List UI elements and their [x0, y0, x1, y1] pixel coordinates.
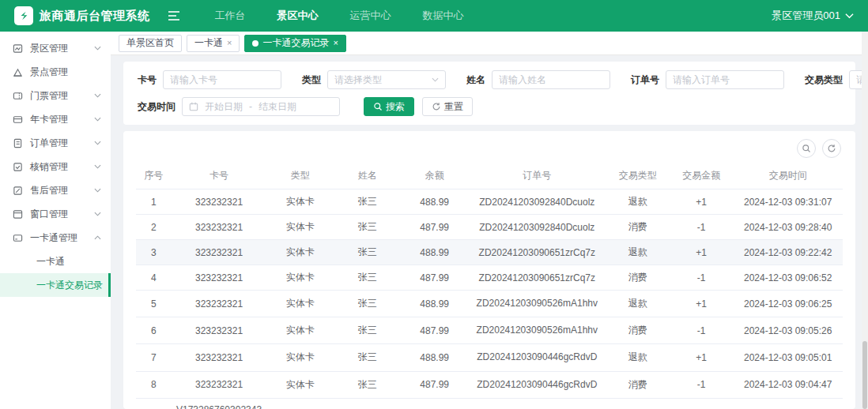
cell-order-no: ZD20241203090651zrCq7z [468, 240, 606, 265]
sidebar-item-aftersale-management[interactable]: 售后管理 [0, 178, 111, 202]
chevron-up-icon [94, 235, 101, 240]
cell-name: 张三 [334, 371, 401, 398]
table-row[interactable]: 5323232321实体卡张三488.99ZD20241203090526mA1… [136, 291, 843, 317]
cell-index: 7 [136, 344, 172, 371]
sidebar-subitem-onecard-transactions[interactable]: 一卡通交易记录 [0, 273, 111, 297]
calendar-icon [189, 102, 198, 111]
col-balance: 余额 [401, 163, 468, 189]
cell-balance: 487.99 [401, 317, 468, 344]
filter-panel: 卡号 类型 请选择类型 姓名 订单号 [123, 62, 855, 125]
page-content: 卡号 类型 请选择类型 姓名 订单号 [111, 55, 868, 409]
nav-workbench[interactable]: 工作台 [215, 9, 246, 23]
table-row[interactable]: 2323232321实体卡张三487.99ZD20241203092840Dcu… [136, 215, 843, 240]
close-icon[interactable]: × [333, 39, 338, 47]
type-label: 类型 [302, 73, 321, 87]
sidebar-item-scenic-management[interactable]: 景区管理 [0, 36, 111, 60]
table-search-button[interactable] [797, 139, 816, 158]
sidebar-item-onecard-management[interactable]: 一卡通管理 [0, 226, 111, 250]
sidebar-subitem-onecard[interactable]: 一卡通 [0, 250, 111, 273]
filter-row-1: 卡号 类型 请选择类型 姓名 订单号 [138, 70, 841, 89]
reset-button-label: 重置 [444, 100, 463, 114]
cell-card-no: 323232321 [172, 317, 267, 344]
chevron-down-icon [94, 117, 101, 122]
cell-type: 实体卡 [266, 344, 334, 371]
cell-type: 实体卡 [266, 371, 334, 398]
sidebar: 景区管理 景点管理 门票管理 年卡管理 订单管理 核销管理 售后管理 窗口管理 … [0, 32, 111, 409]
col-index: 序号 [136, 163, 172, 189]
sidebar-item-ticket-management[interactable]: 门票管理 [0, 84, 111, 107]
table-refresh-button[interactable] [822, 139, 841, 158]
cell-trade-type: 退款 [606, 240, 669, 265]
type-select[interactable]: 请选择类型 [327, 70, 446, 89]
sidebar-item-label: 核销管理 [30, 160, 68, 174]
sidebar-item-label: 一卡通管理 [30, 231, 77, 245]
cell-trade-type: 消费 [606, 398, 669, 409]
search-button[interactable]: 搜索 [364, 97, 414, 116]
cell-type: 实体卡 [266, 189, 334, 215]
trade-type-label: 交易类型 [805, 73, 843, 87]
cell-balance: 488.99 [401, 291, 468, 317]
trade-time-label: 交易时间 [138, 100, 175, 114]
reset-button[interactable]: 重置 [422, 97, 473, 116]
name-input[interactable] [492, 70, 610, 89]
cell-card-no: 323232321 [172, 189, 267, 215]
cell-name: 张三 [334, 240, 401, 265]
cell-index: 4 [136, 265, 172, 291]
cell-trade-amount: +1 [670, 291, 733, 317]
table-row[interactable]: 8323232321实体卡张三487.99ZD20241203090446gcR… [136, 371, 843, 398]
window-icon [13, 209, 23, 220]
sidebar-item-verification-management[interactable]: 核销管理 [0, 155, 111, 178]
trade-time-range-picker[interactable]: 开始日期 - 结束日期 [182, 97, 340, 116]
card-no-input[interactable] [163, 70, 281, 89]
col-type: 类型 [266, 163, 334, 189]
cell-trade-type: 消费 [606, 215, 669, 240]
cell-trade-type: 退款 [606, 344, 669, 371]
cell-trade-time: 2024-12-03 09:06:52 [733, 265, 843, 291]
cell-order-no: ZD20241203090446gcRdvD [468, 371, 606, 398]
cell-trade-time: 2024-12-03 09:05:26 [733, 317, 843, 344]
tab-bar: 单景区首页 一卡通 × 一卡通交易记录 × [111, 32, 868, 55]
cell-balance: 488.99 [401, 240, 468, 265]
table-row[interactable]: 4323232321实体卡张三487.99ZD20241203090651zrC… [136, 265, 843, 291]
cell-card-no: 323232321 [172, 215, 267, 240]
nav-data-center[interactable]: 数据中心 [423, 9, 464, 23]
table-row[interactable]: 9V17328676030234310虚拟卡南99997ZD2024120211… [136, 398, 843, 409]
cell-order-no: ZD20241203092840Dcuolz [468, 189, 606, 215]
page-scrollbar[interactable] [862, 32, 868, 409]
table-row[interactable]: 6323232321实体卡张三487.99ZD20241203090526mA1… [136, 317, 843, 344]
cell-trade-amount: +1 [670, 240, 733, 265]
app-header: 旅商通后台管理系统 工作台 景区中心 运营中心 数据中心 景区管理员001 [0, 0, 868, 32]
nav-scenic-center[interactable]: 景区中心 [277, 9, 319, 23]
close-icon[interactable]: × [227, 39, 232, 47]
table-row[interactable]: 1323232321实体卡张三488.99ZD20241203092840Dcu… [136, 189, 843, 215]
user-menu[interactable]: 景区管理员001 [772, 9, 854, 23]
sidebar-item-annual-card-management[interactable]: 年卡管理 [0, 107, 111, 131]
table-row[interactable]: 3323232321实体卡张三488.99ZD20241203090651zrC… [136, 240, 843, 265]
cell-card-no: V17328676030234310 [172, 398, 267, 409]
cell-trade-type: 消费 [606, 265, 669, 291]
order-no-input[interactable] [666, 70, 784, 89]
table-row[interactable]: 7323232321实体卡张三488.99ZD20241203090446gcR… [136, 344, 843, 371]
tab-label: 一卡通 [194, 36, 223, 50]
nav-operation-center[interactable]: 运营中心 [350, 9, 391, 23]
scrollbar-thumb[interactable] [862, 341, 867, 409]
cell-trade-type: 消费 [606, 317, 669, 344]
cell-index: 6 [136, 317, 172, 344]
chevron-down-icon [94, 46, 101, 51]
cell-type: 实体卡 [266, 265, 334, 291]
tab-scenic-home[interactable]: 单景区首页 [119, 35, 182, 52]
cell-balance: 99997 [401, 398, 468, 409]
menu-collapse-icon[interactable] [168, 10, 180, 21]
cell-index: 8 [136, 371, 172, 398]
scenic-icon [13, 43, 23, 54]
onecard-icon [13, 233, 23, 243]
cell-card-no: 323232321 [172, 344, 267, 371]
aftersale-icon [13, 186, 23, 196]
sidebar-item-order-management[interactable]: 订单管理 [0, 131, 111, 155]
sidebar-item-window-management[interactable]: 窗口管理 [0, 202, 111, 226]
sidebar-item-spot-management[interactable]: 景点管理 [0, 60, 111, 84]
tab-onecard-transactions[interactable]: 一卡通交易记录 × [244, 35, 345, 52]
tab-onecard[interactable]: 一卡通 × [187, 35, 240, 52]
cell-order-no: ZD20241203090526mA1hhv [468, 317, 606, 344]
table-toolbar [136, 134, 843, 163]
